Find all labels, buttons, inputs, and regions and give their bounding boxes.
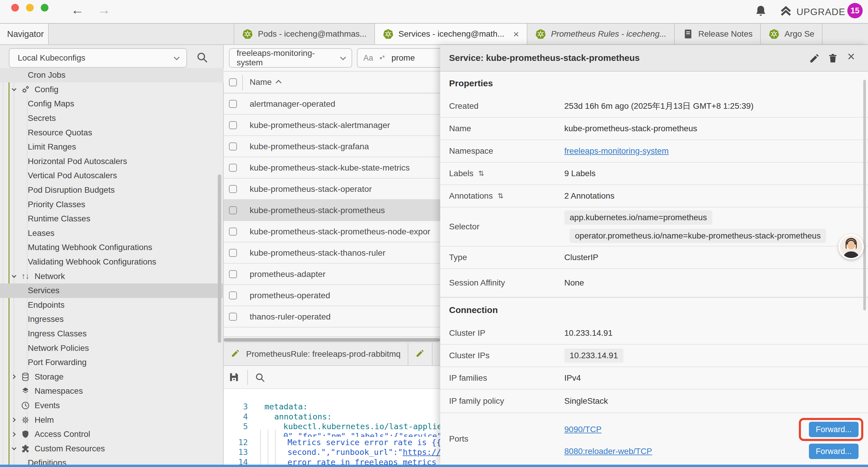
table-row[interactable]: kube-prometheus-stack-thanos-ruler bbox=[224, 242, 440, 264]
row-checkbox[interactable] bbox=[229, 164, 237, 172]
sidebar-item-config[interactable]: Config bbox=[0, 83, 224, 97]
tab-pods-icecheng-mathmas[interactable]: Pods - icecheng@mathmas... bbox=[234, 24, 375, 44]
back-icon[interactable]: ← bbox=[71, 2, 84, 17]
dock-tab-hidden[interactable] bbox=[408, 343, 433, 365]
chevron-right-icon[interactable] bbox=[11, 418, 16, 422]
horizontal-scrollbar-thumb[interactable] bbox=[224, 338, 440, 342]
sidebar-item-secrets[interactable]: Secrets bbox=[0, 111, 224, 126]
sidebar-item-network-policies[interactable]: Network Policies bbox=[0, 341, 224, 355]
runbook-url-link[interactable]: https://net bbox=[403, 447, 440, 457]
close-icon[interactable]: × bbox=[847, 49, 855, 64]
row-checkbox[interactable] bbox=[229, 249, 237, 257]
notifications-bell-icon[interactable] bbox=[754, 4, 768, 18]
forward-icon[interactable]: → bbox=[97, 2, 111, 17]
table-row[interactable]: prometheus-adapter bbox=[224, 264, 440, 285]
search-icon[interactable] bbox=[195, 51, 209, 64]
row-checkbox[interactable] bbox=[229, 270, 237, 278]
row-checkbox[interactable] bbox=[229, 185, 237, 193]
sidebar-item-resource-quotas[interactable]: Resource Quotas bbox=[0, 125, 224, 140]
chevron-right-icon[interactable] bbox=[11, 432, 16, 437]
sidebar-item-horizontal-pod-autoscalers[interactable]: Horizontal Pod Autoscalers bbox=[0, 154, 224, 169]
table-row[interactable]: kube-prometheus-stack-prometheus bbox=[224, 200, 440, 221]
kubeconfig-select[interactable]: Local Kubeconfigs bbox=[9, 48, 187, 68]
upgrade-button[interactable]: UPGRADE bbox=[779, 5, 845, 19]
yaml-editor[interactable]: 3metadata:4annotations:5kubectl.kubernet… bbox=[224, 389, 440, 465]
horizontal-scrollbar[interactable] bbox=[224, 337, 440, 343]
table-row[interactable]: kube-prometheus-stack-grafana bbox=[224, 136, 440, 157]
window-zoom-button[interactable] bbox=[41, 4, 49, 11]
user-avatar[interactable] bbox=[838, 234, 864, 260]
sidebar-item-storage[interactable]: Storage bbox=[0, 370, 224, 384]
tab-navigator[interactable]: Navigator bbox=[0, 24, 49, 44]
sidebar-item-network[interactable]: ↑↓Network bbox=[0, 269, 224, 284]
table-row[interactable]: kube-prometheus-stack-operator bbox=[224, 178, 440, 200]
tab-release-notes[interactable]: Release Notes bbox=[675, 24, 761, 44]
table-row[interactable]: thanos-ruler-operated bbox=[224, 306, 440, 327]
save-icon[interactable] bbox=[228, 371, 240, 383]
trash-icon[interactable] bbox=[827, 53, 838, 64]
namespace-select[interactable]: freeleaps-monitoring-system bbox=[229, 48, 352, 68]
row-checkbox[interactable] bbox=[229, 143, 237, 150]
drawer-scrollbar[interactable] bbox=[863, 80, 866, 310]
sidebar-item-definitions[interactable]: Definitions bbox=[0, 456, 224, 465]
sidebar-item-services[interactable]: Services bbox=[0, 284, 224, 298]
chevron-down-icon[interactable] bbox=[12, 273, 17, 278]
chevron-down-icon[interactable] bbox=[12, 446, 17, 450]
column-header-name[interactable]: Name bbox=[250, 78, 281, 87]
sidebar-item-runtime-classes[interactable]: Runtime Classes bbox=[0, 212, 224, 226]
sidebar-item-limit-ranges[interactable]: Limit Ranges bbox=[0, 140, 224, 154]
tab-argo-se[interactable]: Argo Se bbox=[761, 24, 823, 44]
sidebar-item-cron-jobs[interactable]: Cron Jobs bbox=[0, 68, 224, 83]
row-checkbox[interactable] bbox=[229, 206, 237, 214]
sidebar-item-pod-disruption-budgets[interactable]: Pod Disruption Budgets bbox=[0, 183, 224, 198]
tab-services-icecheng-math[interactable]: Services - icecheng@math...× bbox=[375, 24, 527, 44]
sidebar-item-namespaces[interactable]: Namespaces bbox=[0, 384, 224, 399]
sidebar-item-events[interactable]: Events bbox=[0, 399, 224, 413]
sidebar-item-config-maps[interactable]: Config Maps bbox=[0, 97, 224, 111]
chevron-down-icon[interactable] bbox=[12, 87, 17, 91]
namespace-link[interactable]: freeleaps-monitoring-system bbox=[564, 146, 868, 156]
select-all-checkbox[interactable] bbox=[229, 78, 237, 86]
edit-pencil-icon[interactable] bbox=[809, 53, 820, 64]
sidebar-item-leases[interactable]: Leases bbox=[0, 226, 224, 241]
row-checkbox[interactable] bbox=[229, 100, 237, 108]
sort-toggle-icon[interactable]: ⇅ bbox=[478, 169, 484, 178]
regex-icon[interactable]: ▪* bbox=[380, 54, 385, 62]
search-icon[interactable] bbox=[254, 372, 266, 383]
window-close-button[interactable] bbox=[11, 4, 19, 11]
row-checkbox[interactable] bbox=[229, 121, 237, 129]
sidebar-item-mutating-webhook-configurations[interactable]: Mutating Webhook Configurations bbox=[0, 240, 224, 255]
sidebar-item-access-control[interactable]: Access Control bbox=[0, 427, 224, 442]
window-minimize-button[interactable] bbox=[26, 4, 34, 11]
port-link[interactable]: 8080:reloader-web/TCP bbox=[564, 447, 652, 456]
forward-button[interactable]: Forward... bbox=[809, 422, 859, 437]
close-icon[interactable]: × bbox=[513, 29, 519, 39]
sidebar-item-helm[interactable]: Helm bbox=[0, 413, 224, 427]
match-case-icon[interactable]: Aa bbox=[363, 54, 373, 63]
row-checkbox[interactable] bbox=[229, 313, 237, 321]
row-checkbox[interactable] bbox=[229, 228, 237, 236]
chevron-right-icon[interactable] bbox=[11, 375, 16, 379]
sidebar-item-validating-webhook-configurations[interactable]: Validating Webhook Configurations bbox=[0, 255, 224, 269]
table-row[interactable]: kube-prometheus-stack-kube-state-metrics bbox=[224, 157, 440, 178]
table-row[interactable]: kube-prometheus-stack-prometheus-node-ex… bbox=[224, 221, 440, 242]
tab-prometheus-rules-icecheng[interactable]: Prometheus Rules - icecheng... bbox=[527, 24, 675, 44]
sort-toggle-icon[interactable]: ⇅ bbox=[498, 192, 503, 200]
sidebar-item-ingresses[interactable]: Ingresses bbox=[0, 312, 224, 327]
table-row[interactable]: prometheus-operated bbox=[224, 285, 440, 306]
table-row[interactable]: kube-prometheus-stack-alertmanager bbox=[224, 115, 440, 136]
sidebar-item-ingress-classes[interactable]: Ingress Classes bbox=[0, 327, 224, 341]
sidebar-item-port-forwarding[interactable]: Port Forwarding bbox=[0, 355, 224, 370]
sidebar-item-endpoints[interactable]: Endpoints bbox=[0, 298, 224, 313]
notification-count-badge[interactable]: 15 bbox=[847, 3, 863, 18]
sidebar-scrollbar[interactable] bbox=[218, 174, 221, 343]
row-checkbox[interactable] bbox=[229, 291, 237, 299]
sidebar-item-priority-classes[interactable]: Priority Classes bbox=[0, 197, 224, 212]
table-search-input[interactable]: Aa ▪* prome bbox=[357, 48, 445, 68]
sidebar-item-custom-resources[interactable]: Custom Resources bbox=[0, 441, 224, 456]
sidebar-item-vertical-pod-autoscalers[interactable]: Vertical Pod Autoscalers bbox=[0, 169, 224, 183]
forward-button[interactable]: Forward... bbox=[809, 444, 859, 459]
port-link[interactable]: 9090/TCP bbox=[564, 425, 601, 434]
dock-tab-prometheusrule[interactable]: PrometheusRule: freeleaps-prod-rabbitmq bbox=[224, 343, 408, 365]
table-row[interactable]: alertmanager-operated bbox=[224, 93, 440, 115]
